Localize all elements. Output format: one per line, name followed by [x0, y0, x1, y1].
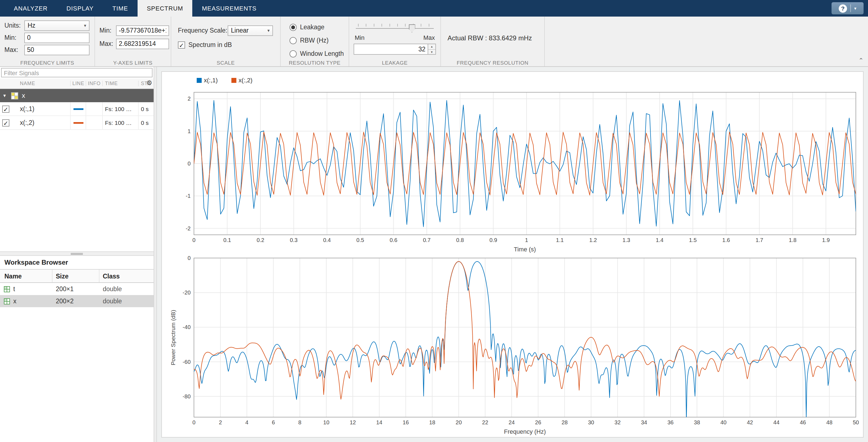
svg-text:-40: -40 [183, 324, 191, 330]
horizontal-splitter[interactable] [0, 251, 154, 256]
column-class[interactable]: Class [99, 270, 154, 282]
signal-time: Fs: 100 … [102, 102, 138, 116]
svg-text:42: 42 [747, 419, 753, 425]
svg-text:1: 1 [525, 237, 528, 243]
variable-icon [4, 286, 10, 292]
help-icon: ? [839, 4, 847, 12]
svg-text:1.1: 1.1 [556, 237, 564, 243]
signal-info [86, 116, 102, 129]
svg-text:26: 26 [535, 419, 541, 425]
signal-checkbox[interactable]: ✓ [2, 105, 9, 113]
leakage-value-input[interactable] [353, 44, 428, 55]
panel-splitter[interactable] [154, 67, 157, 442]
resolution-option-leakage[interactable]: Leakage [289, 21, 345, 33]
section-scale: Frequency Scale: Linear ▾ ✓ Spectrum in … [171, 17, 281, 66]
variable-name: x [13, 298, 17, 305]
signal-group-row[interactable]: ▾ x [0, 89, 154, 102]
signal-row[interactable]: ✓ x(:,1) Fs: 100 … 0 s [0, 102, 154, 116]
frequency-scale-select[interactable]: Linear ▾ [228, 25, 273, 36]
svg-text:50: 50 [853, 419, 859, 425]
slider-max-label: Max [423, 34, 435, 42]
frequency-max-input[interactable] [24, 44, 90, 55]
svg-text:1.4: 1.4 [656, 237, 663, 243]
svg-text:8: 8 [298, 419, 301, 425]
spectrum-plot[interactable]: 0246810121416182022242628303234363840424… [170, 255, 859, 435]
svg-text:x(:,1): x(:,1) [204, 77, 218, 84]
caret-down-icon: ▾ [84, 23, 86, 28]
frequency-min-input[interactable] [24, 32, 90, 43]
radio-selected-icon [289, 24, 297, 31]
column-info: INFO [86, 81, 102, 86]
collapse-group-icon[interactable]: ▾ [3, 93, 6, 98]
help-button[interactable]: ? ▾ [832, 2, 864, 14]
caret-down-icon: ▾ [850, 4, 857, 12]
spectrum-in-db-checkbox[interactable]: ✓ [178, 41, 185, 49]
leakage-slider-thumb[interactable] [409, 24, 415, 33]
svg-text:14: 14 [376, 419, 382, 425]
y-max-input[interactable] [116, 38, 169, 49]
variable-size: 200×2 [53, 298, 99, 305]
tab-measurements[interactable]: MEASUREMENTS [192, 0, 266, 17]
svg-text:0.1: 0.1 [223, 237, 231, 243]
section-y-axes-limits: Min: Max: Y-AXES LIMITS [95, 17, 171, 66]
svg-text:16: 16 [403, 419, 409, 425]
variable-class: double [99, 298, 154, 305]
tab-time[interactable]: TIME [103, 0, 137, 17]
line-swatch [73, 122, 83, 124]
workspace-row[interactable]: t 200×1 double [0, 283, 154, 295]
svg-text:18: 18 [429, 419, 435, 425]
svg-text:28: 28 [562, 419, 568, 425]
gear-icon[interactable]: ⚙ [147, 79, 153, 87]
svg-text:4: 4 [245, 419, 248, 425]
y-min-input[interactable] [116, 25, 169, 36]
tab-analyzer[interactable]: ANALYZER [4, 0, 57, 17]
signal-row[interactable]: ✓ x(:,2) Fs: 100 … 0 s [0, 116, 154, 130]
slider-ticks [358, 24, 432, 27]
plots-canvas[interactable]: 00.10.20.30.40.50.60.70.80.911.11.21.31.… [162, 72, 864, 438]
units-select[interactable]: Hz ▾ [24, 20, 90, 31]
workspace-row[interactable]: x 200×2 double [0, 295, 154, 307]
svg-text:0.3: 0.3 [290, 237, 298, 243]
time-plot[interactable]: 00.10.20.30.40.50.60.70.80.911.11.21.31.… [186, 77, 856, 253]
column-name[interactable]: Name [0, 270, 53, 282]
section-title: RESOLUTION TYPE [281, 60, 349, 66]
svg-text:0: 0 [188, 255, 191, 261]
units-label: Units: [4, 22, 24, 29]
svg-text:1.3: 1.3 [622, 237, 630, 243]
svg-text:-80: -80 [183, 393, 191, 400]
svg-text:1.2: 1.2 [589, 237, 597, 243]
units-value: Hz [28, 22, 35, 29]
svg-text:0: 0 [192, 237, 195, 243]
svg-text:30: 30 [588, 419, 594, 425]
variable-name: t [13, 286, 15, 292]
svg-text:0: 0 [192, 419, 195, 425]
workspace-browser-title: Workspace Browser [0, 256, 154, 269]
svg-text:0.2: 0.2 [257, 237, 265, 243]
section-title: LEAKAGE [349, 60, 440, 66]
frequency-scale-label: Frequency Scale: [178, 27, 228, 34]
svg-text:40: 40 [720, 419, 726, 425]
actual-rbw-text: Actual RBW : 833.6429 mHz [447, 34, 541, 42]
svg-text:2: 2 [219, 419, 222, 425]
increment-button[interactable]: ▲ [428, 44, 435, 50]
splitter-handle-icon [71, 253, 83, 255]
tab-spectrum[interactable]: SPECTRUM [137, 0, 192, 17]
resolution-option-window-length[interactable]: Window Length [289, 48, 345, 60]
resolution-option-rbw[interactable]: RBW (Hz) [289, 34, 345, 46]
leakage-slider[interactable] [356, 22, 434, 33]
tab-display[interactable]: DISPLAY [57, 0, 103, 17]
y-min-label: Min: [99, 27, 116, 34]
collapse-toolstrip-button[interactable]: ⌃ [859, 57, 864, 64]
column-size[interactable]: Size [53, 270, 99, 282]
resolution-option-label: RBW (Hz) [300, 37, 329, 44]
decrement-button[interactable]: ▼ [428, 50, 435, 54]
svg-text:-1: -1 [186, 193, 191, 199]
svg-text:0: 0 [188, 160, 191, 166]
section-title: SCALE [171, 60, 280, 66]
signal-checkbox[interactable]: ✓ [2, 119, 9, 126]
filter-signals-input[interactable] [1, 68, 153, 77]
slider-min-label: Min [355, 34, 364, 42]
signal-table-empty-area [0, 130, 154, 251]
signal-start: 0 s [138, 102, 154, 116]
y-max-label: Max: [99, 40, 116, 47]
